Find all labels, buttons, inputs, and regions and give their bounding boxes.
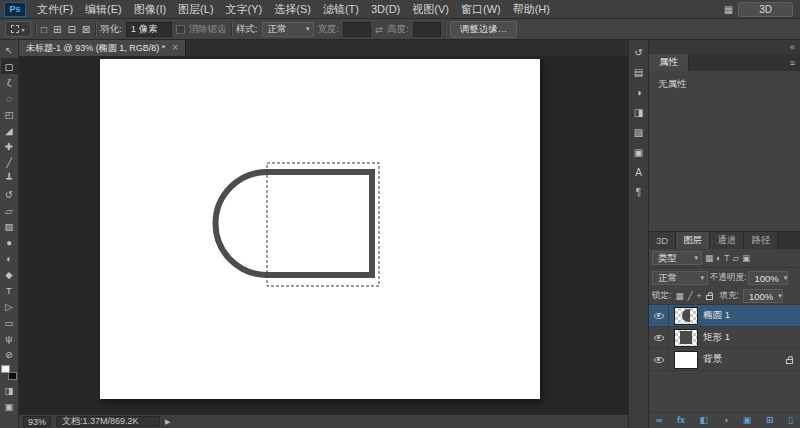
intersect-selection-icon[interactable]: ⊠ — [81, 24, 91, 35]
layer-thumbnail[interactable] — [674, 351, 698, 369]
background-color-swatch[interactable] — [8, 372, 17, 380]
eye-icon[interactable] — [654, 335, 664, 341]
menu-file[interactable]: 文件(F) — [31, 2, 79, 17]
menu-window[interactable]: 窗口(W) — [455, 2, 507, 17]
eyedropper-tool[interactable]: ◢ — [1, 122, 18, 138]
menu-select[interactable]: 选择(S) — [268, 2, 317, 17]
add-selection-icon[interactable]: ⊞ — [52, 24, 62, 35]
tab-3d[interactable]: 3D — [649, 232, 676, 249]
layer-effects-icon[interactable]: fx — [677, 416, 685, 425]
paragraph-panel-icon[interactable]: ¶ — [636, 188, 641, 198]
filter-shape-layers-icon[interactable]: ▱ — [732, 253, 739, 263]
subtract-selection-icon[interactable]: ⊟ — [66, 24, 76, 35]
refine-edge-button[interactable]: 调整边缘… — [450, 21, 518, 38]
menu-image[interactable]: 图像(I) — [128, 2, 172, 17]
pen-tool[interactable]: ◆ — [1, 266, 18, 282]
layer-group-icon[interactable]: ▣ — [743, 416, 752, 425]
menu-3d[interactable]: 3D(D) — [365, 3, 406, 15]
adjustments-panel-icon[interactable]: ◑ — [635, 88, 641, 98]
layer-row-ellipse[interactable]: 椭圆 1 — [649, 305, 800, 327]
collapse-panels-icon[interactable]: « — [790, 42, 795, 52]
styles-panel-icon[interactable]: ◨ — [634, 108, 643, 118]
lock-all-icon[interactable] — [706, 295, 713, 300]
zoom-level-field[interactable]: 93% — [23, 416, 51, 427]
brush-panel-icon[interactable]: ▨ — [634, 128, 643, 138]
character-panel-icon[interactable]: A — [635, 168, 642, 178]
new-selection-icon[interactable]: □ — [40, 24, 48, 35]
layer-mask-icon[interactable]: ◧ — [700, 416, 709, 425]
clone-stamp-tool[interactable]: ┻ — [1, 170, 18, 186]
filter-pixel-layers-icon[interactable]: ▦ — [705, 253, 713, 263]
move-tool[interactable]: ↖ — [1, 42, 18, 58]
tab-layers[interactable]: 图层 — [676, 232, 710, 249]
link-layers-icon[interactable]: ∞ — [656, 416, 662, 425]
tool-preset-picker[interactable]: ▾ — [5, 21, 31, 37]
layer-name[interactable]: 矩形 1 — [703, 331, 730, 344]
brush-tool[interactable]: ╱ — [1, 154, 18, 170]
status-options-arrow-icon[interactable]: ▶ — [165, 418, 170, 426]
tab-properties[interactable]: 属性 — [649, 54, 689, 71]
color-swatches-widget[interactable] — [1, 365, 17, 380]
layer-thumbnail[interactable] — [674, 307, 698, 325]
menu-layer[interactable]: 图层(L) — [172, 2, 219, 17]
foreground-color-swatch[interactable] — [1, 365, 10, 373]
swap-dimensions-icon[interactable]: ⇄ — [375, 24, 383, 35]
eraser-tool[interactable]: ▱ — [1, 202, 18, 218]
filter-adjustment-layers-icon[interactable]: ◐ — [716, 253, 721, 263]
close-icon[interactable]: × — [172, 43, 178, 53]
workspace-switcher-button[interactable]: 3D — [738, 2, 793, 17]
screen-mode-button[interactable]: ▣ — [1, 398, 18, 414]
document-tab[interactable]: 未标题-1 @ 93% (椭圆 1, RGB/8) * × — [19, 40, 186, 56]
visibility-cell[interactable] — [649, 327, 669, 348]
tab-paths[interactable]: 路径 — [744, 232, 778, 249]
history-panel-icon[interactable]: ↺ — [634, 48, 642, 58]
type-tool[interactable]: T — [1, 282, 18, 298]
canvas[interactable] — [100, 59, 540, 399]
menu-filter[interactable]: 滤镜(T) — [317, 2, 365, 17]
lock-transparency-icon[interactable]: ▦ — [675, 291, 683, 301]
width-input[interactable] — [343, 22, 371, 37]
layer-thumbnail[interactable] — [674, 329, 698, 347]
history-brush-tool[interactable]: ↺ — [1, 186, 18, 202]
visibility-cell[interactable] — [649, 349, 669, 370]
menu-type[interactable]: 文字(Y) — [220, 2, 269, 17]
quick-mask-button[interactable]: ◨ — [1, 382, 18, 398]
fill-select[interactable]: 100% — [743, 289, 783, 303]
blur-tool[interactable]: ● — [1, 234, 18, 250]
new-layer-icon[interactable]: ⊞ — [766, 416, 774, 425]
layer-row-rectangle[interactable]: 矩形 1 — [649, 327, 800, 349]
crop-tool[interactable]: ◰ — [1, 106, 18, 122]
eye-icon[interactable] — [654, 313, 664, 319]
layer-name[interactable]: 椭圆 1 — [703, 309, 730, 322]
eye-icon[interactable] — [654, 357, 664, 363]
opacity-select[interactable]: 100% — [748, 271, 788, 285]
swatches-panel-icon[interactable]: ▤ — [634, 68, 643, 78]
menu-help[interactable]: 帮助(H) — [507, 2, 556, 17]
hand-tool[interactable]: ψ — [1, 330, 18, 346]
filter-smart-objects-icon[interactable]: ▣ — [742, 253, 750, 263]
filter-type-layers-icon[interactable]: T — [724, 253, 729, 263]
lock-pixels-icon[interactable]: ╱ — [687, 291, 692, 301]
menu-edit[interactable]: 编辑(E) — [79, 2, 128, 17]
style-select[interactable]: 正常 — [262, 22, 314, 37]
dodge-tool[interactable]: ◐ — [1, 250, 18, 266]
zoom-tool[interactable]: ⊘ — [1, 346, 18, 362]
tab-channels[interactable]: 通道 — [710, 232, 744, 249]
selection-marquee[interactable] — [267, 163, 379, 286]
lock-position-icon[interactable]: + — [697, 291, 702, 301]
clone-source-panel-icon[interactable]: ▣ — [634, 148, 643, 158]
height-input[interactable] — [413, 22, 441, 37]
rectangular-marquee-tool[interactable]: ▢ — [1, 58, 18, 74]
lasso-tool[interactable]: ζ — [1, 74, 18, 90]
menu-view[interactable]: 视图(V) — [406, 2, 455, 17]
quick-selection-tool[interactable]: ◌ — [1, 90, 18, 106]
gradient-tool[interactable]: ▨ — [1, 218, 18, 234]
panel-menu-icon[interactable]: ≡ — [790, 58, 800, 71]
filter-type-select[interactable]: 类型 — [652, 251, 702, 265]
healing-brush-tool[interactable]: ✚ — [1, 138, 18, 154]
layer-name[interactable]: 背景 — [703, 353, 722, 366]
layer-row-background[interactable]: 背景 — [649, 349, 800, 371]
delete-layer-icon[interactable]: ▯ — [788, 416, 793, 425]
blend-mode-select[interactable]: 正常 — [652, 271, 708, 285]
workspace-grid-icon[interactable]: ▦ — [724, 4, 733, 15]
